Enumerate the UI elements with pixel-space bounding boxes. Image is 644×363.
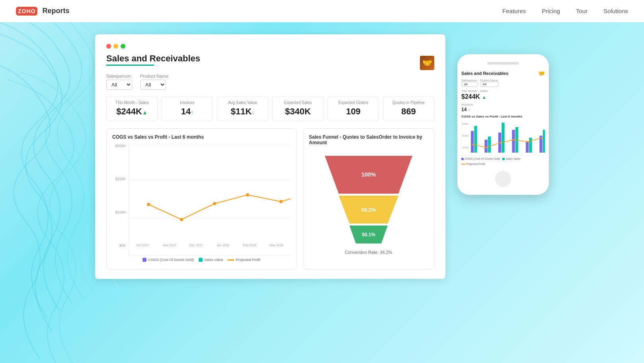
nav-item-tour[interactable]: Tour xyxy=(576,8,587,15)
phone-kpi2-label: Invoices xyxy=(461,103,545,106)
legend-cogs-dot xyxy=(142,258,146,262)
legend-sales-label: Sales Value xyxy=(204,258,223,262)
nav-menu: Features Pricing Tour Solutions xyxy=(502,8,628,15)
phone-filters: Salesperson: All Product Name: All xyxy=(461,79,545,87)
kpi-value-1: 14↑ xyxy=(167,106,208,117)
x-label-oct: Oct 2017 xyxy=(136,243,149,247)
nav-link-solutions[interactable]: Solutions xyxy=(603,8,628,14)
nav-link-features[interactable]: Features xyxy=(502,8,526,14)
kpi-label-5: Quotes in Pipeline xyxy=(388,100,429,105)
logo[interactable]: ZOHO Reports xyxy=(16,7,69,16)
window-minimize-dot[interactable] xyxy=(113,44,118,49)
product-select[interactable]: All xyxy=(140,80,166,90)
phone-bar-oct-sales xyxy=(474,126,477,153)
kpi-value-0: $244K▲ xyxy=(111,106,152,117)
charts-row: COGS vs Sales vs Profit - Last 6 months … xyxy=(106,128,434,269)
kpi-this-month-sales: This Month - Sales $244K▲ xyxy=(106,96,158,121)
title-underline xyxy=(106,65,154,66)
dashboard-card: Sales and Receivables 🤝 Salesperson: All… xyxy=(95,34,445,279)
phone-salesperson-group: Salesperson: All xyxy=(461,79,478,87)
bars-container: Oct 2017 Nov 2017 xyxy=(128,144,291,255)
kpi-avg-sales: Avg Sales Value $11K↓ xyxy=(217,96,268,121)
phone-product-label: Product Name: xyxy=(480,79,499,82)
kpi-value-4: 109 xyxy=(333,106,374,117)
legend-profit: Projected Profit xyxy=(228,258,260,262)
handshake-icon: 🤝 xyxy=(420,56,434,70)
kpi-value-5: 869 xyxy=(388,106,429,117)
phone-bar-dec-sales xyxy=(502,123,504,153)
app-name: Reports xyxy=(42,7,69,15)
grid-line-200 xyxy=(129,181,291,181)
legend-profit-line xyxy=(228,259,234,261)
legend-sales: Sales Value xyxy=(199,258,223,262)
kpi-label-3: Expected Sales xyxy=(277,100,318,105)
phone-kpi1-label: This Month - Sales xyxy=(461,89,545,93)
y-label-300: $300K xyxy=(115,144,126,148)
phone-legend-cogs-label: COGS (Cost Of Goods Sold) xyxy=(464,157,500,160)
phone-profit-dot-4 xyxy=(513,139,515,140)
phone-kpi2-value: 14 ↑ xyxy=(461,107,545,112)
bar-chart-title: COGS vs Sales vs Profit - Last 6 months xyxy=(112,134,291,140)
salesperson-select[interactable]: All xyxy=(106,80,132,90)
kpi-label-2: Avg Sales Value xyxy=(222,100,263,105)
kpi-arrow-up-0: ▲ xyxy=(142,109,148,116)
kpi-label-0: This Month - Sales xyxy=(111,100,152,105)
phone-bar-feb-cogs xyxy=(526,142,529,153)
phone-legend-profit-label: Projected Profit xyxy=(466,163,485,165)
phone-bar-chart: $300K $200K $100K xyxy=(461,120,545,156)
phone-bar-nov-cogs xyxy=(484,139,487,153)
phone-bar-mar-sales xyxy=(543,130,545,153)
window-controls xyxy=(106,44,434,49)
phone-profit-dot-5 xyxy=(527,141,528,142)
nav-link-pricing[interactable]: Pricing xyxy=(542,8,560,14)
y-label-100: $100K xyxy=(115,210,126,214)
phone-mock: Sales and Receivables 🤝 Salesperson: All… xyxy=(457,54,549,195)
salesperson-label: Salesperson: xyxy=(106,74,132,78)
window-close-dot[interactable] xyxy=(106,44,111,49)
kpi-value-2: $11K↓ xyxy=(222,106,263,117)
x-label-feb: Feb 2018 xyxy=(243,243,256,247)
dashboard-header: Sales and Receivables 🤝 xyxy=(106,53,434,72)
phone-legend-sales-dot xyxy=(502,158,505,160)
phone-title-row: Sales and Receivables 🤝 xyxy=(461,70,545,77)
main-content: Sales and Receivables 🤝 Salesperson: All… xyxy=(0,22,644,291)
funnel-area: 100% 59.2% 50.1% Conversion Rate: 34.2% xyxy=(309,149,428,261)
phone-bar-feb-sales xyxy=(529,138,532,153)
legend-sales-dot xyxy=(199,258,203,262)
nav-item-solutions[interactable]: Solutions xyxy=(603,8,628,15)
window-maximize-dot[interactable] xyxy=(121,44,125,49)
phone-home-button[interactable] xyxy=(495,171,511,187)
phone-product-group: Product Name: All xyxy=(480,79,499,87)
phone-legend-profit-line xyxy=(461,164,465,165)
bar-chart-panel: COGS vs Sales vs Profit - Last 6 months … xyxy=(106,128,297,269)
legend-profit-label: Projected Profit xyxy=(236,258,260,262)
bar-group-oct: Oct 2017 xyxy=(130,242,155,247)
phone-y-100: $100K xyxy=(463,146,469,149)
kpi-label-4: Expected Orders xyxy=(333,100,374,105)
phone-profit-dot-6 xyxy=(541,137,542,139)
salesperson-filter: Salesperson: All xyxy=(106,74,132,90)
bar-chart-legend: COGS (Cost Of Goods Sold) Sales Value Pr… xyxy=(112,258,291,262)
phone-kpi1-value: $244K ▲ xyxy=(461,93,545,100)
legend-cogs-label: COGS (Cost Of Goods Sold) xyxy=(148,258,194,262)
phone-legend-cogs-dot xyxy=(461,158,464,160)
kpi-arrow-down-2: ↓ xyxy=(252,109,254,116)
x-label-jan: Jan 2018 xyxy=(217,243,230,247)
filters-row: Salesperson: All Product Name: All xyxy=(106,74,434,90)
phone-product-select[interactable]: All xyxy=(480,82,499,87)
phone-salesperson-label: Salesperson: xyxy=(461,79,478,82)
nav-item-pricing[interactable]: Pricing xyxy=(542,8,560,15)
product-label: Product Name: xyxy=(140,74,169,78)
funnel-svg: 100% 59.2% 50.1% xyxy=(321,156,416,247)
phone-salesperson-select[interactable]: All xyxy=(461,82,478,87)
y-label-0: $0K xyxy=(119,243,126,247)
y-label-200: $200K xyxy=(115,177,126,181)
dashboard-title-block: Sales and Receivables xyxy=(106,53,200,72)
kpi-invoices: Invoices 14↑ xyxy=(162,96,213,121)
funnel-label-100: 100% xyxy=(361,171,376,178)
phone-legend: COGS (Cost Of Goods Sold) Sales Value Pr… xyxy=(461,157,545,165)
nav-link-tour[interactable]: Tour xyxy=(576,8,587,14)
bar-chart-area: $300K $200K $100K $0K xyxy=(112,144,291,263)
nav-item-features[interactable]: Features xyxy=(502,8,526,15)
kpi-row: This Month - Sales $244K▲ Invoices 14↑ A… xyxy=(106,96,434,121)
